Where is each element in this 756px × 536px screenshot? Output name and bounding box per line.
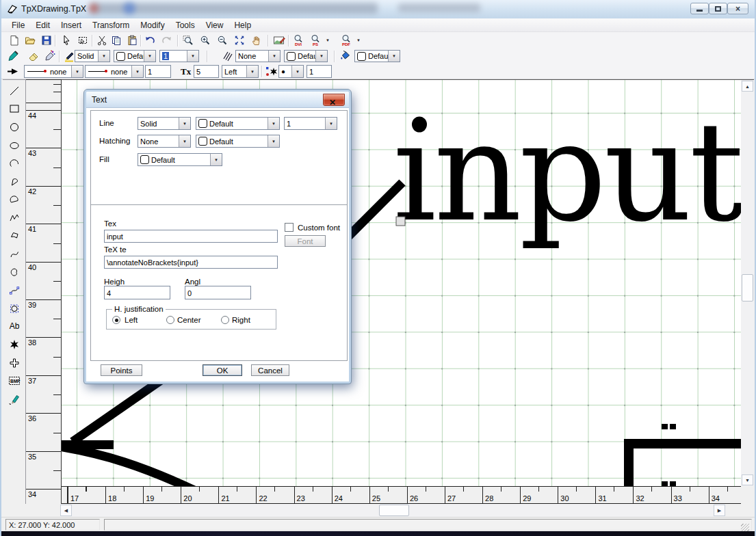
title-bar[interactable]: TpXDrawing.TpX × [1,0,755,19]
selection-handle[interactable] [396,217,405,226]
circle-tool-button[interactable] [5,119,23,135]
close-button[interactable]: × [727,3,748,14]
bitmap-tool-button[interactable]: BMP [5,373,23,389]
dropdown-arrow-icon[interactable]: ▼ [246,66,258,77]
text-justify-combo[interactable]: Left▼ [222,65,259,78]
bezier-tool-button[interactable] [5,282,23,299]
justify-right-radio[interactable] [221,316,229,324]
pick-properties-button[interactable] [5,49,20,63]
dropdown-arrow-icon[interactable]: ▼ [315,51,327,62]
closed-bezier-tool-button[interactable] [5,300,23,317]
cut-button[interactable] [94,34,109,47]
menu-modify[interactable]: Modify [135,19,170,31]
hatching-style-combo[interactable]: None▼ [235,50,281,62]
fill-tool-icon-button[interactable] [338,49,352,63]
menu-edit[interactable]: Edit [30,19,55,31]
tex-text-input[interactable] [104,256,278,269]
dropdown-arrow-icon[interactable]: ▼ [210,154,222,165]
dropdown-arrow-icon[interactable]: ▼ [388,51,400,62]
points-button[interactable]: Points [101,364,142,376]
redo-button[interactable] [159,34,174,47]
line-style-combo[interactable]: Solid▼ [75,50,110,62]
vertical-scrollbar[interactable]: ▲ ▼ [741,79,754,486]
dialog-line-width-combo[interactable]: 1▼ [284,117,337,130]
view-pdf-button[interactable]: PDF [339,34,354,47]
dialog-fill-color-combo[interactable]: Default▼ [138,153,222,166]
scroll-down-button[interactable]: ▼ [742,474,753,485]
dropdown-arrow-icon[interactable]: ▼ [356,38,361,42]
select-area-button[interactable] [75,34,90,47]
ellipse-tool-button[interactable] [5,137,23,154]
dropdown-arrow-icon[interactable]: ▼ [179,135,190,147]
scroll-up-button[interactable]: ▲ [742,81,753,92]
paste-button[interactable] [125,34,139,47]
eraser-button[interactable] [26,49,40,63]
font-button[interactable]: Font [285,235,326,247]
dialog-close-button[interactable]: ✕ [323,94,345,106]
dropdown-arrow-icon[interactable]: ▼ [144,51,155,62]
dropdown-arrow-icon[interactable]: ▼ [268,135,279,147]
format-painter-button[interactable] [42,49,57,63]
new-button[interactable] [7,34,21,47]
copy-button[interactable] [109,34,123,47]
open-button[interactable] [23,34,37,47]
point-symbol-combo[interactable]: ●▼ [278,65,304,78]
dialog-title-bar[interactable]: Text ✕ [86,92,349,108]
hatching-tool-icon-button[interactable] [220,49,235,63]
text-tool-button[interactable]: Ab [5,318,23,334]
dropdown-arrow-icon[interactable]: ▼ [179,118,190,129]
cancel-button[interactable]: Cancel [251,364,289,376]
scroll-left-button[interactable]: ◀ [60,505,72,516]
point-tool-icon-button[interactable] [264,65,278,79]
view-ps-button[interactable]: PS [309,34,323,47]
menu-file[interactable]: File [6,19,30,31]
maximize-button[interactable] [709,3,727,14]
minimize-button[interactable] [690,3,709,14]
menu-view[interactable]: View [200,19,229,31]
menu-help[interactable]: Help [229,19,257,31]
rectangle-tool-button[interactable] [5,100,23,117]
zoom-out-button[interactable] [215,34,229,47]
freehand-tool-button[interactable] [5,391,23,407]
corner-vertical-shape[interactable] [624,439,634,486]
polygon-tool-button[interactable] [5,228,23,244]
arrow-tool-icon-button[interactable] [5,64,20,78]
dropdown-arrow-icon[interactable]: ▼ [98,51,109,62]
scroll-right-button[interactable]: ▶ [714,505,725,516]
custom-font-checkbox[interactable] [285,223,294,232]
line-style-tool-icon-button[interactable] [62,49,76,63]
resize-grip[interactable] [741,524,749,531]
arrow-size-input[interactable] [145,65,171,78]
dropdown-arrow-icon[interactable]: ▼ [268,51,280,62]
star-tool-button[interactable] [5,336,23,353]
curve-shape[interactable] [62,446,196,486]
horizontal-scroll-thumb[interactable] [379,505,409,516]
save-button[interactable] [39,34,53,47]
closed-curve-tool-button[interactable] [5,264,23,280]
preview-button[interactable] [272,34,286,47]
dropdown-arrow-icon[interactable]: ▼ [325,118,337,129]
justify-center-radio[interactable] [166,316,174,324]
dropdown-arrow-icon[interactable]: ▼ [291,66,303,77]
justify-left-radio[interactable] [112,316,120,324]
vertical-scroll-thumb[interactable] [742,274,753,302]
dropdown-arrow-icon[interactable]: ▼ [326,38,330,42]
dropdown-arrow-icon[interactable]: ▼ [131,66,143,77]
menu-transform[interactable]: Transform [87,19,135,31]
zoom-in-button[interactable] [198,34,212,47]
dialog-hatching-style-combo[interactable]: None▼ [138,135,191,148]
line-tool-button[interactable] [5,83,23,99]
fill-color-combo[interactable]: Defau▼ [354,50,400,62]
ok-button[interactable]: OK [203,364,242,376]
arrow-end-combo[interactable]: none▼ [85,65,144,78]
point-size-input[interactable] [307,65,332,78]
line-width-combo[interactable]: 1▼ [159,50,199,62]
arc-tool-button[interactable] [5,155,23,172]
angle-input[interactable] [185,286,251,299]
lower-diagonal-line-shape[interactable] [73,378,164,442]
dialog-line-color-combo[interactable]: Default▼ [196,117,280,130]
pan-button[interactable] [249,34,263,47]
view-dvi-button[interactable]: DVI [291,34,306,47]
segment-tool-button[interactable] [5,191,23,208]
corner-horizontal-shape[interactable] [624,439,741,448]
